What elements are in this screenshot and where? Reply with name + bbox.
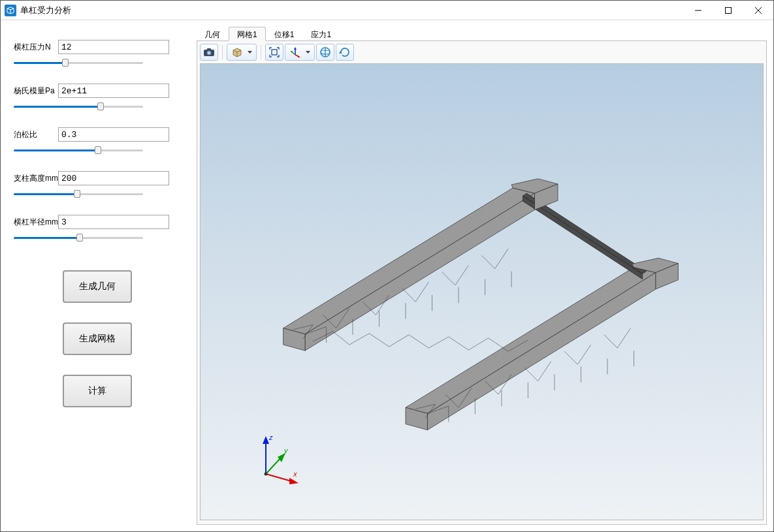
radius-input[interactable] [58, 215, 169, 229]
close-button[interactable] [743, 1, 773, 20]
youngs-modulus-slider[interactable] [14, 100, 143, 113]
param-label: 支柱高度mm [14, 173, 58, 184]
chevron-down-icon [248, 51, 252, 54]
height-slider[interactable] [14, 187, 143, 200]
tab-stress[interactable]: 应力1 [302, 27, 340, 41]
svg-marker-19 [283, 188, 535, 334]
cube-view-icon[interactable] [227, 44, 257, 61]
param-label: 杨氏模量Pa [14, 86, 58, 97]
svg-point-7 [208, 52, 210, 54]
app-title: 单杠受力分析 [20, 5, 71, 16]
parameter-panel: 横杠压力N 杨氏模量Pa 泊松比 支柱高度mm 横杠半径mm [7, 27, 190, 525]
svg-marker-26 [523, 196, 642, 279]
axes-icon[interactable] [285, 44, 315, 61]
poisson-ratio-slider[interactable] [14, 144, 143, 157]
pressure-slider[interactable] [14, 56, 143, 69]
app-icon [5, 5, 16, 16]
height-input[interactable] [58, 171, 169, 185]
generate-mesh-button[interactable]: 生成网格 [63, 322, 132, 355]
compute-button[interactable]: 计算 [63, 375, 132, 407]
svg-rect-8 [272, 50, 277, 55]
view-panel: 几何 网格1 位移1 应力1 [197, 27, 767, 525]
svg-marker-20 [305, 193, 534, 351]
svg-point-36 [280, 457, 283, 460]
camera-icon[interactable] [200, 44, 218, 61]
svg-marker-39 [289, 478, 298, 484]
viewport-3d[interactable]: z y x [200, 63, 764, 520]
svg-text:x: x [293, 470, 297, 478]
param-label: 泊松比 [14, 129, 58, 140]
tab-geometry[interactable]: 几何 [196, 27, 229, 41]
svg-line-38 [266, 474, 293, 482]
axis-indicator: z y x [246, 428, 305, 487]
svg-marker-22 [406, 268, 656, 414]
svg-rect-5 [207, 48, 211, 50]
svg-marker-32 [263, 436, 269, 444]
view-tabs: 几何 网格1 位移1 应力1 [196, 27, 767, 41]
poisson-ratio-input[interactable] [58, 127, 169, 142]
param-label: 横杠半径mm [14, 217, 58, 228]
minimize-button[interactable] [683, 1, 713, 20]
svg-point-41 [265, 473, 268, 476]
tab-displacement[interactable]: 位移1 [266, 27, 303, 41]
title-bar: 单杠受力分析 [1, 1, 773, 20]
chevron-down-icon [306, 51, 310, 54]
youngs-modulus-input[interactable] [58, 84, 169, 98]
orbit-icon[interactable] [316, 44, 334, 61]
svg-marker-10 [294, 47, 297, 50]
maximize-button[interactable] [713, 1, 743, 20]
svg-rect-1 [726, 7, 732, 13]
generate-geometry-button[interactable]: 生成几何 [63, 270, 132, 303]
param-label: 横杠压力N [14, 42, 58, 53]
svg-marker-23 [427, 273, 655, 430]
view-frame: z y x [197, 40, 767, 525]
pressure-input[interactable] [58, 40, 169, 54]
tab-mesh[interactable]: 网格1 [229, 27, 266, 41]
svg-text:z: z [268, 433, 273, 441]
fit-view-icon[interactable] [265, 44, 283, 61]
view-toolbar [199, 42, 765, 62]
radius-slider[interactable] [14, 231, 143, 244]
svg-text:y: y [283, 446, 289, 454]
reset-icon[interactable] [336, 44, 354, 61]
